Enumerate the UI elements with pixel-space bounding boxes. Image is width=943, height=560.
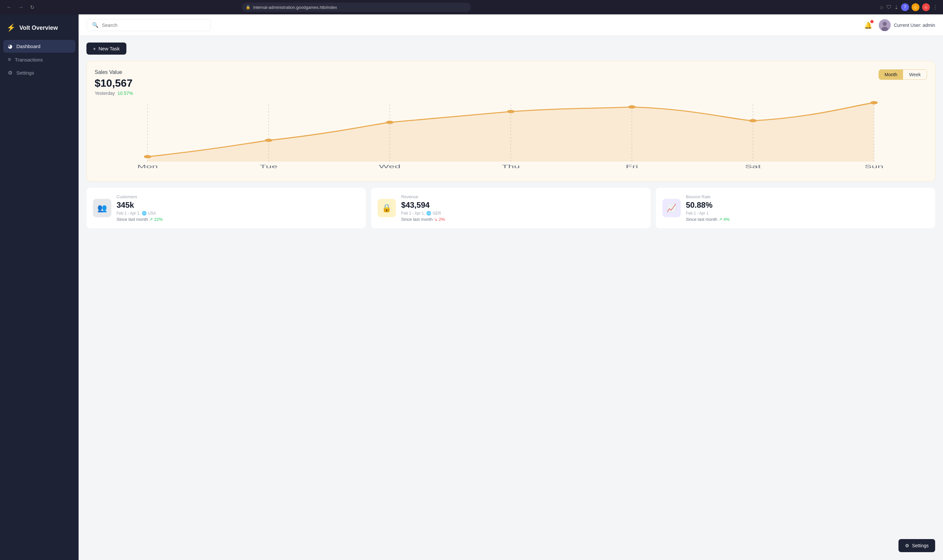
main-content: 🔍 🔔 Current User: admin <box>79 14 943 560</box>
customers-card: 👥 Customers 345k Feb 1 - Apr 1, 🌐 USA Si… <box>86 188 366 228</box>
customers-icon: 👥 <box>97 203 107 212</box>
globe-icon: 🌐 <box>142 211 147 215</box>
sales-value: $10,567 <box>95 77 133 89</box>
sidebar-item-settings[interactable]: ⚙ Settings <box>3 66 75 79</box>
sidebar-logo: ⚡ Volt Overview <box>0 21 79 40</box>
sales-chart: Mon Tue Wed Thu Fri Sat Sun <box>95 101 927 173</box>
svg-point-14 <box>628 105 636 109</box>
customers-value: 345k <box>117 200 359 210</box>
customers-info: Customers 345k Feb 1 - Apr 1, 🌐 USA Sinc… <box>117 194 359 222</box>
sales-meta: Yesterday 10.57% <box>95 91 133 96</box>
globe-icon-2: 🌐 <box>426 211 431 215</box>
svg-point-1 <box>883 22 887 26</box>
star-icon[interactable]: ☆ <box>879 4 884 11</box>
settings-fab-button[interactable]: ⚙ Settings <box>898 539 935 552</box>
sidebar-nav: ◕ Dashboard ≡ Transactions ⚙ Settings <box>0 40 79 79</box>
lock-icon: 🔒 <box>245 5 250 9</box>
month-button[interactable]: Month <box>879 70 903 80</box>
user-avatar <box>879 19 891 31</box>
revenue-icon: 🔒 <box>382 203 392 212</box>
plus-icon: + <box>93 46 96 51</box>
svg-point-13 <box>507 110 514 113</box>
sales-title: Sales Value <box>95 69 133 75</box>
sidebar-item-transactions[interactable]: ≡ Transactions <box>3 53 75 66</box>
bounce-rate-label: Bounce Rate <box>686 194 929 199</box>
stats-grid: 👥 Customers 345k Feb 1 - Apr 1, 🌐 USA Si… <box>86 188 935 228</box>
revenue-change: Since last month ↘ 2% <box>401 217 644 222</box>
week-button[interactable]: Week <box>903 70 927 80</box>
search-bar[interactable]: 🔍 <box>86 19 211 31</box>
forward-button[interactable]: → <box>17 3 25 11</box>
bounce-rate-value: 50.88% <box>686 200 929 210</box>
bounce-rate-info: Bounce Rate 50.88% Feb 1 - Apr 1 Since l… <box>686 194 929 222</box>
svg-text:Fri: Fri <box>626 164 638 169</box>
bounce-rate-change: Since last month ↗ 4% <box>686 217 929 222</box>
svg-point-10 <box>144 155 151 158</box>
logo-text: Volt Overview <box>19 25 58 31</box>
settings-fab-icon: ⚙ <box>905 543 909 548</box>
sales-card: Sales Value $10,567 Yesterday 10.57% Mon… <box>86 61 935 181</box>
transactions-icon: ≡ <box>8 57 11 63</box>
search-input[interactable] <box>102 22 205 28</box>
customers-label: Customers <box>117 194 359 199</box>
time-toggle: Month Week <box>878 69 927 80</box>
svg-point-15 <box>749 119 757 122</box>
search-icon: 🔍 <box>92 22 99 28</box>
settings-fab-label: Settings <box>912 543 929 548</box>
revenue-label: Revenue <box>401 194 644 199</box>
svg-point-11 <box>265 139 272 142</box>
sidebar-item-label-dashboard: Dashboard <box>16 43 40 49</box>
svg-text:Sun: Sun <box>864 164 883 169</box>
settings-sidebar-icon: ⚙ <box>8 70 12 76</box>
bounce-rate-icon: 📈 <box>667 203 676 212</box>
revenue-card: 🔒 Revenue $43,594 Feb 1 - Apr 1, 🌐 GER S… <box>371 188 650 228</box>
sidebar-item-label-transactions: Transactions <box>15 57 43 63</box>
svg-point-16 <box>870 101 878 105</box>
user-info: Current User: admin <box>879 19 935 31</box>
bolt-icon: ⚡ <box>6 23 15 32</box>
refresh-button[interactable]: ↻ <box>29 3 36 12</box>
revenue-change-value: ↘ 2% <box>434 217 444 222</box>
sidebar: ⚡ Volt Overview ◕ Dashboard ≡ Transactio… <box>0 14 79 560</box>
header: 🔍 🔔 Current User: admin <box>79 14 943 36</box>
back-button[interactable]: ← <box>5 3 13 11</box>
sidebar-item-label-settings: Settings <box>16 70 34 75</box>
svg-text:Sat: Sat <box>745 164 761 169</box>
url-text: internal-administration.goodgames.htb/in… <box>253 5 337 10</box>
user-label: Current User: admin <box>894 23 935 28</box>
customers-period: Feb 1 - Apr 1, 🌐 USA <box>117 211 359 215</box>
sales-change: 10.57% <box>117 91 133 96</box>
browser-chrome: ← → ↻ 🔒 internal-administration.goodgame… <box>0 0 943 14</box>
revenue-icon-box: 🔒 <box>378 199 396 217</box>
sales-header: Sales Value $10,567 Yesterday 10.57% Mon… <box>95 69 927 96</box>
svg-point-12 <box>386 121 394 124</box>
bounce-rate-period: Feb 1 - Apr 1 <box>686 211 929 215</box>
address-bar[interactable]: 🔒 internal-administration.goodgames.htb/… <box>242 3 471 12</box>
bounce-rate-change-value: ↗ 4% <box>719 217 730 222</box>
new-task-label: New Task <box>99 46 120 51</box>
new-task-button[interactable]: + New Task <box>86 43 127 55</box>
chart-container: Mon Tue Wed Thu Fri Sat Sun <box>95 101 927 173</box>
browser-actions: ☆ 🛡 ⇣ 7 ☺ ☺ ⋮ <box>879 3 938 11</box>
customers-icon-box: 👥 <box>93 199 111 217</box>
user-icon-1[interactable]: ☺ <box>912 3 920 11</box>
revenue-info: Revenue $43,594 Feb 1 - Apr 1, 🌐 GER Sin… <box>401 194 644 222</box>
content-area: + New Task Sales Value $10,567 Yesterday… <box>79 36 943 560</box>
customers-change: Since last month ↗ 22% <box>117 217 359 222</box>
shield-icon: 🛡 <box>886 4 892 10</box>
revenue-period: Feb 1 - Apr 1, 🌐 GER <box>401 211 644 215</box>
svg-text:Thu: Thu <box>502 164 520 169</box>
download-icon[interactable]: ⇣ <box>894 4 898 11</box>
svg-text:Tue: Tue <box>260 164 278 169</box>
sidebar-item-dashboard[interactable]: ◕ Dashboard <box>3 40 75 53</box>
user-icon-2[interactable]: ☺ <box>922 3 930 11</box>
customers-change-value: ↗ 22% <box>149 217 163 222</box>
svg-text:Wed: Wed <box>379 164 400 169</box>
sales-period: Yesterday <box>95 91 115 96</box>
notification-button[interactable]: 🔔 <box>864 21 872 29</box>
revenue-value: $43,594 <box>401 200 644 210</box>
extension-icon[interactable]: 7 <box>901 3 909 11</box>
notification-badge <box>870 20 874 23</box>
menu-icon[interactable]: ⋮ <box>932 4 938 11</box>
svg-text:Mon: Mon <box>137 164 158 169</box>
